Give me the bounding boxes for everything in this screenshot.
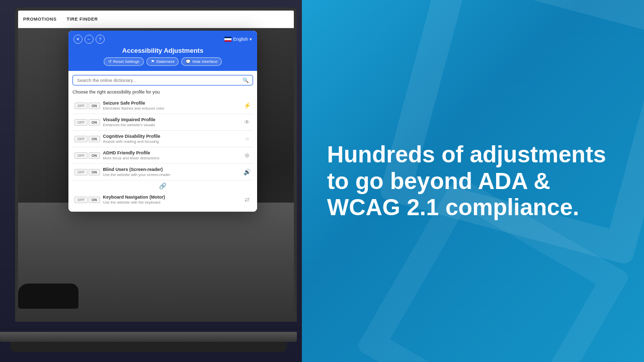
close-button[interactable]: ✕ xyxy=(73,35,83,44)
profile-desc: Assists with reading and focusing xyxy=(103,139,240,144)
divider-link-icon: 🔗 xyxy=(72,180,253,192)
profile-name: Keyboard Navigation (Motor) xyxy=(103,195,240,200)
profile-info-visual: Visually Impaired Profile Enhances the w… xyxy=(103,117,240,127)
profile-info-adhd: ADHD Friendly Profile More focus and few… xyxy=(103,150,240,160)
profile-info-seizure: Seizure Safe Profile Eliminates flashes … xyxy=(103,101,240,111)
toggle-on-blind[interactable]: ON xyxy=(89,169,100,175)
list-item: OFF ON ADHD Friendly Profile More focus … xyxy=(72,147,253,164)
accessibility-modal: ✕ ← ? English ▾ Accessibility Adjustment… xyxy=(68,31,257,212)
profile-info-blind: Blind Users (Screen-reader) Use the webs… xyxy=(103,167,240,177)
language-selector[interactable]: English ▾ xyxy=(224,37,252,42)
profile-name: Blind Users (Screen-reader) xyxy=(103,167,240,172)
laptop-base xyxy=(0,332,297,342)
website-header: PROMOTIONS TIRE FINDER xyxy=(18,11,294,28)
laptop-mockup: PROMOTIONS TIRE FINDER ✕ ← ? En xyxy=(0,0,302,362)
statement-button[interactable]: ⚑ Statement xyxy=(146,57,179,66)
list-item: OFF ON Keyboard Navigation (Motor) Use t… xyxy=(72,192,253,208)
toggle-group-blind: OFF ON xyxy=(74,169,100,175)
search-input[interactable] xyxy=(77,78,243,83)
profile-name: ADHD Friendly Profile xyxy=(103,150,240,155)
toggle-group-seizure: OFF ON xyxy=(74,103,100,109)
toggle-off-blind[interactable]: OFF xyxy=(74,169,88,175)
search-bar[interactable]: 🔍 xyxy=(72,75,253,85)
visual-icon: 👁 xyxy=(243,119,251,126)
profile-info-cognitive: Cognitive Disability Profile Assists wit… xyxy=(103,134,240,144)
right-panel: Hundreds of adjustments to go beyond ADA… xyxy=(302,0,644,362)
car-silhouette xyxy=(18,284,78,309)
modal-body: 🔍 Choose the right accessibility profile… xyxy=(68,71,257,212)
list-item: OFF ON Seizure Safe Profile Eliminates f… xyxy=(72,98,253,114)
hide-interface-button[interactable]: 💬 Hide Interface xyxy=(181,57,222,66)
laptop-screen: PROMOTIONS TIRE FINDER ✕ ← ? En xyxy=(15,8,297,322)
toggle-on-adhd[interactable]: ON xyxy=(89,152,100,159)
seizure-icon: ⚡ xyxy=(243,102,251,109)
reset-icon: ↺ xyxy=(108,59,112,64)
toggle-on-cognitive[interactable]: ON xyxy=(89,136,100,142)
toggle-off-seizure[interactable]: OFF xyxy=(74,103,88,109)
hero-text: Hundreds of adjustments to go beyond ADA… xyxy=(327,141,619,221)
list-item: OFF ON Visually Impaired Profile Enhance… xyxy=(72,114,253,131)
toggle-on-visual[interactable]: ON xyxy=(89,119,100,126)
back-button[interactable]: ← xyxy=(85,35,94,44)
flag-icon xyxy=(224,37,231,42)
profile-desc: More focus and fewer distractions xyxy=(103,156,240,160)
profile-name: Seizure Safe Profile xyxy=(103,101,240,106)
profile-info-keyboard: Keyboard Navigation (Motor) Use the webs… xyxy=(103,195,240,205)
profile-section-title: Choose the right accessibility profile f… xyxy=(72,89,253,95)
modal-action-buttons: ↺ Reset Settings ⚑ Statement 💬 Hide Inte… xyxy=(73,57,252,66)
help-button[interactable]: ? xyxy=(96,35,105,44)
statement-icon: ⚑ xyxy=(151,59,154,64)
profile-name: Cognitive Disability Profile xyxy=(103,134,240,139)
nav-tire-finder: TIRE FINDER xyxy=(67,17,98,22)
search-icon[interactable]: 🔍 xyxy=(243,77,249,83)
toggle-group-visual: OFF ON xyxy=(74,119,100,126)
modal-controls: ✕ ← ? English ▾ xyxy=(73,35,252,44)
toggle-on-keyboard[interactable]: ON xyxy=(89,197,100,203)
toggle-off-visual[interactable]: OFF xyxy=(74,119,88,126)
profile-desc: Eliminates flashes and reduces color xyxy=(103,106,240,111)
profile-name: Visually Impaired Profile xyxy=(103,117,240,122)
modal-header: ✕ ← ? English ▾ Accessibility Adjustment… xyxy=(68,31,257,71)
chevron-down-icon: ▾ xyxy=(250,37,252,42)
cognitive-icon: ○ xyxy=(243,135,251,142)
profile-desc: Use the website with your screen-reader xyxy=(103,172,240,177)
keyboard-icon: ⇄ xyxy=(243,196,251,203)
adhd-icon: ⊕ xyxy=(243,152,251,159)
toggle-on-seizure[interactable]: ON xyxy=(89,103,100,109)
laptop-foot xyxy=(10,342,287,352)
list-item: OFF ON Blind Users (Screen-reader) Use t… xyxy=(72,164,253,180)
toggle-group-cognitive: OFF ON xyxy=(74,136,100,142)
profile-desc: Use the website with the keyboard xyxy=(103,200,240,205)
blind-icon: 🔊 xyxy=(243,168,251,175)
profile-list: OFF ON Seizure Safe Profile Eliminates f… xyxy=(72,98,253,208)
nav-promotions: PROMOTIONS xyxy=(23,17,57,22)
modal-control-icons: ✕ ← ? xyxy=(73,35,105,44)
toggle-off-keyboard[interactable]: OFF xyxy=(74,197,88,203)
toggle-group-adhd: OFF ON xyxy=(74,152,100,159)
profile-desc: Enhances the website's visuals xyxy=(103,123,240,127)
toggle-group-keyboard: OFF ON xyxy=(74,197,100,203)
list-item: OFF ON Cognitive Disability Profile Assi… xyxy=(72,131,253,147)
language-label: English xyxy=(233,37,248,42)
modal-title: Accessibility Adjustments xyxy=(73,47,252,54)
reset-settings-button[interactable]: ↺ Reset Settings xyxy=(104,57,144,66)
hide-icon: 💬 xyxy=(186,59,191,64)
toggle-off-cognitive[interactable]: OFF xyxy=(74,136,88,142)
toggle-off-adhd[interactable]: OFF xyxy=(74,152,88,159)
